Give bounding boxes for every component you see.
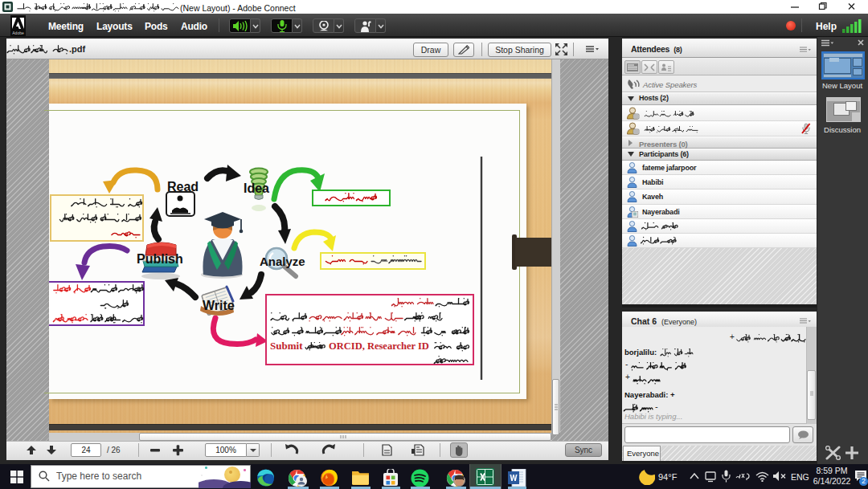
- svg-text:Adobe: Adobe: [12, 31, 24, 35]
